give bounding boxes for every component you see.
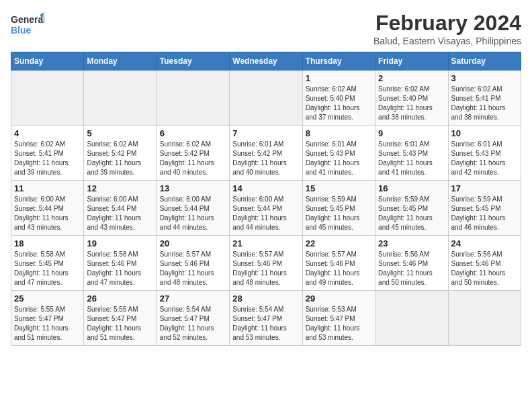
- day-info: Sunrise: 6:01 AM Sunset: 5:43 PM Dayligh…: [378, 140, 445, 177]
- header-day-monday: Monday: [84, 52, 157, 71]
- day-number: 19: [87, 238, 153, 248]
- day-info: Sunrise: 5:54 AM Sunset: 5:47 PM Dayligh…: [160, 305, 226, 342]
- day-number: 22: [306, 238, 372, 248]
- day-info: Sunrise: 5:53 AM Sunset: 5:47 PM Dayligh…: [306, 305, 372, 342]
- day-number: 12: [87, 183, 153, 193]
- calendar-body: 1Sunrise: 6:02 AM Sunset: 5:40 PM Daylig…: [11, 71, 521, 346]
- calendar-cell: 1Sunrise: 6:02 AM Sunset: 5:40 PM Daylig…: [302, 71, 375, 126]
- day-info: Sunrise: 5:57 AM Sunset: 5:46 PM Dayligh…: [232, 250, 299, 287]
- calendar-cell: 21Sunrise: 5:57 AM Sunset: 5:46 PM Dayli…: [230, 236, 302, 291]
- day-number: 5: [87, 128, 153, 138]
- calendar-cell: 14Sunrise: 6:00 AM Sunset: 5:44 PM Dayli…: [230, 181, 302, 236]
- day-number: 25: [14, 293, 81, 304]
- header-day-tuesday: Tuesday: [157, 52, 229, 71]
- header: General Blue February 2024 Balud, Easter…: [11, 11, 521, 46]
- month-title: February 2024: [373, 11, 521, 36]
- calendar-cell: 27Sunrise: 5:54 AM Sunset: 5:47 PM Dayli…: [157, 291, 229, 346]
- calendar-cell: 15Sunrise: 5:59 AM Sunset: 5:45 PM Dayli…: [302, 181, 375, 236]
- calendar-cell: 25Sunrise: 5:55 AM Sunset: 5:47 PM Dayli…: [11, 291, 84, 346]
- day-number: 27: [160, 293, 226, 304]
- day-number: 20: [160, 238, 226, 248]
- day-info: Sunrise: 6:02 AM Sunset: 5:41 PM Dayligh…: [14, 140, 81, 177]
- calendar-cell: 12Sunrise: 6:00 AM Sunset: 5:44 PM Dayli…: [84, 181, 157, 236]
- location-title: Balud, Eastern Visayas, Philippines: [373, 36, 521, 46]
- day-number: 14: [232, 183, 299, 193]
- svg-text:General: General: [11, 14, 44, 25]
- calendar-cell: 9Sunrise: 6:01 AM Sunset: 5:43 PM Daylig…: [375, 126, 448, 181]
- title-area: February 2024 Balud, Eastern Visayas, Ph…: [373, 11, 521, 46]
- day-number: 6: [160, 128, 226, 138]
- calendar-cell: 6Sunrise: 6:02 AM Sunset: 5:42 PM Daylig…: [157, 126, 229, 181]
- calendar-cell: [11, 71, 84, 126]
- day-info: Sunrise: 5:57 AM Sunset: 5:46 PM Dayligh…: [160, 250, 226, 287]
- calendar-cell: 7Sunrise: 6:01 AM Sunset: 5:42 PM Daylig…: [230, 126, 302, 181]
- day-info: Sunrise: 5:55 AM Sunset: 5:47 PM Dayligh…: [14, 305, 81, 342]
- logo: General Blue: [11, 11, 44, 39]
- day-info: Sunrise: 5:55 AM Sunset: 5:47 PM Dayligh…: [87, 305, 153, 342]
- day-number: 29: [306, 293, 372, 304]
- day-info: Sunrise: 6:01 AM Sunset: 5:42 PM Dayligh…: [232, 140, 299, 177]
- day-info: Sunrise: 6:01 AM Sunset: 5:43 PM Dayligh…: [306, 140, 372, 177]
- calendar-header: SundayMondayTuesdayWednesdayThursdayFrid…: [11, 52, 521, 71]
- day-number: 1: [306, 73, 372, 83]
- calendar-cell: 16Sunrise: 5:59 AM Sunset: 5:45 PM Dayli…: [375, 181, 448, 236]
- day-number: 4: [14, 128, 81, 138]
- day-number: 17: [451, 183, 518, 193]
- day-info: Sunrise: 6:00 AM Sunset: 5:44 PM Dayligh…: [232, 195, 299, 232]
- day-info: Sunrise: 6:00 AM Sunset: 5:44 PM Dayligh…: [87, 195, 153, 232]
- calendar-cell: [84, 71, 157, 126]
- day-number: 10: [451, 128, 518, 138]
- header-day-wednesday: Wednesday: [230, 52, 302, 71]
- calendar-cell: [157, 71, 229, 126]
- day-info: Sunrise: 5:54 AM Sunset: 5:47 PM Dayligh…: [232, 305, 299, 342]
- day-info: Sunrise: 6:01 AM Sunset: 5:43 PM Dayligh…: [451, 140, 518, 177]
- calendar-cell: 22Sunrise: 5:57 AM Sunset: 5:46 PM Dayli…: [302, 236, 375, 291]
- day-info: Sunrise: 6:02 AM Sunset: 5:42 PM Dayligh…: [87, 140, 153, 177]
- header-day-saturday: Saturday: [448, 52, 521, 71]
- day-info: Sunrise: 5:56 AM Sunset: 5:46 PM Dayligh…: [451, 250, 518, 287]
- day-info: Sunrise: 5:56 AM Sunset: 5:46 PM Dayligh…: [378, 250, 445, 287]
- day-info: Sunrise: 6:02 AM Sunset: 5:40 PM Dayligh…: [306, 85, 372, 122]
- day-number: 13: [160, 183, 226, 193]
- week-row-5: 25Sunrise: 5:55 AM Sunset: 5:47 PM Dayli…: [11, 291, 521, 346]
- header-day-sunday: Sunday: [11, 52, 84, 71]
- week-row-4: 18Sunrise: 5:58 AM Sunset: 5:45 PM Dayli…: [11, 236, 521, 291]
- calendar-cell: 2Sunrise: 6:02 AM Sunset: 5:40 PM Daylig…: [375, 71, 448, 126]
- calendar-cell: 11Sunrise: 6:00 AM Sunset: 5:44 PM Dayli…: [11, 181, 84, 236]
- day-number: 26: [87, 293, 153, 304]
- calendar-cell: 24Sunrise: 5:56 AM Sunset: 5:46 PM Dayli…: [448, 236, 521, 291]
- day-info: Sunrise: 5:59 AM Sunset: 5:45 PM Dayligh…: [306, 195, 372, 232]
- calendar-cell: 10Sunrise: 6:01 AM Sunset: 5:43 PM Dayli…: [448, 126, 521, 181]
- day-info: Sunrise: 6:00 AM Sunset: 5:44 PM Dayligh…: [160, 195, 226, 232]
- day-number: 2: [378, 73, 445, 83]
- logo-svg: General Blue: [11, 11, 44, 39]
- calendar-cell: [230, 71, 302, 126]
- day-number: 11: [14, 183, 81, 193]
- day-info: Sunrise: 5:58 AM Sunset: 5:46 PM Dayligh…: [87, 250, 153, 287]
- day-number: 8: [306, 128, 372, 138]
- day-info: Sunrise: 6:02 AM Sunset: 5:40 PM Dayligh…: [378, 85, 445, 122]
- day-number: 24: [451, 238, 518, 248]
- calendar-cell: 13Sunrise: 6:00 AM Sunset: 5:44 PM Dayli…: [157, 181, 229, 236]
- day-number: 21: [232, 238, 299, 248]
- header-row: SundayMondayTuesdayWednesdayThursdayFrid…: [11, 52, 521, 71]
- calendar-table: SundayMondayTuesdayWednesdayThursdayFrid…: [11, 52, 521, 346]
- day-number: 7: [232, 128, 299, 138]
- header-day-friday: Friday: [375, 52, 448, 71]
- week-row-3: 11Sunrise: 6:00 AM Sunset: 5:44 PM Dayli…: [11, 181, 521, 236]
- day-number: 18: [14, 238, 81, 248]
- day-number: 23: [378, 238, 445, 248]
- svg-text:Blue: Blue: [11, 25, 32, 36]
- calendar-cell: [448, 291, 521, 346]
- calendar-cell: 19Sunrise: 5:58 AM Sunset: 5:46 PM Dayli…: [84, 236, 157, 291]
- day-info: Sunrise: 6:02 AM Sunset: 5:41 PM Dayligh…: [451, 85, 518, 122]
- calendar-cell: 20Sunrise: 5:57 AM Sunset: 5:46 PM Dayli…: [157, 236, 229, 291]
- day-number: 28: [232, 293, 299, 304]
- day-info: Sunrise: 5:58 AM Sunset: 5:45 PM Dayligh…: [14, 250, 81, 287]
- day-info: Sunrise: 5:59 AM Sunset: 5:45 PM Dayligh…: [451, 195, 518, 232]
- week-row-1: 1Sunrise: 6:02 AM Sunset: 5:40 PM Daylig…: [11, 71, 521, 126]
- day-number: 9: [378, 128, 445, 138]
- day-info: Sunrise: 6:02 AM Sunset: 5:42 PM Dayligh…: [160, 140, 226, 177]
- calendar-cell: 26Sunrise: 5:55 AM Sunset: 5:47 PM Dayli…: [84, 291, 157, 346]
- day-info: Sunrise: 5:57 AM Sunset: 5:46 PM Dayligh…: [306, 250, 372, 287]
